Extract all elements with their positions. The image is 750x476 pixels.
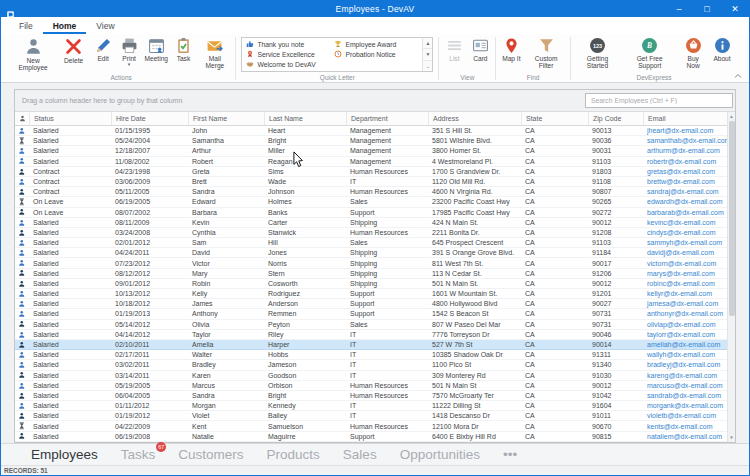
cell-email[interactable]: oliviap@dx-email.com	[643, 320, 727, 329]
cell-email[interactable]: kevinc@dx-email.com	[643, 218, 727, 227]
scrollbar-thumb[interactable]	[729, 121, 735, 316]
print-button[interactable]: Print▾	[116, 35, 142, 73]
column-header-hire-date[interactable]: Hire Date	[111, 112, 188, 125]
gallery-item-welcome-to-devav[interactable]: Welcome to DevAV	[244, 60, 332, 70]
table-row[interactable]: Salaried11/08/2002RobertReaganManagement…	[15, 157, 727, 167]
scroll-down-icon[interactable]: ▼	[728, 433, 735, 442]
delete-button[interactable]: Delete	[57, 35, 90, 73]
table-row[interactable]: Salaried12/18/2007ArthurMillerManagement…	[15, 146, 727, 156]
table-row[interactable]: Salaried08/12/2012MarySternShipping113 N…	[15, 269, 727, 279]
cell-email[interactable]: brettw@dx-email.com	[643, 177, 727, 186]
table-row[interactable]: Salaried10/13/2012KellyRodriguezSupport1…	[15, 289, 727, 299]
tab-customers[interactable]: Customers	[178, 447, 243, 462]
cell-email[interactable]: davidj@dx-email.com	[643, 248, 727, 257]
table-row[interactable]: Salaried09/01/2012RobinCosworthShipping5…	[15, 279, 727, 289]
column-header-department[interactable]: Department	[346, 112, 428, 125]
cell-email[interactable]: jheart@dx-email.com	[643, 126, 727, 135]
cell-email[interactable]: sandraj@dx-email.com	[643, 187, 727, 196]
tab-products[interactable]: Products	[267, 447, 320, 462]
get-free-support-button[interactable]: BGet Free Support	[622, 35, 677, 73]
cell-email[interactable]: victorn@dx-email.com	[643, 258, 727, 267]
table-row[interactable]: Salaried06/19/2008NatalieMaguirreSupport…	[15, 432, 727, 442]
gallery-scrollbar[interactable]: ▲▼⌄	[422, 38, 432, 71]
cell-email[interactable]: sammyh@dx-email.com	[643, 238, 727, 247]
cell-email[interactable]: edwardh@dx-email.com	[643, 197, 727, 206]
table-row[interactable]: Salaried06/04/2005SandraBrightHuman Reso…	[15, 391, 727, 401]
tab-opportunities[interactable]: Opportunities	[400, 447, 480, 462]
mail-merge-button[interactable]: Mail Merge	[196, 35, 233, 73]
table-row[interactable]: Salaried03/02/2011BradleyJamesonIT1100 P…	[15, 360, 727, 370]
table-row[interactable]: Salaried05/24/2004SamanthaBrightManageme…	[15, 136, 727, 146]
cell-email[interactable]: robertr@dx-email.com	[643, 157, 727, 166]
cell-email[interactable]: nataliem@dx-email.com	[643, 432, 727, 441]
dropdown-caret-icon[interactable]: ▾	[128, 62, 131, 66]
vertical-scrollbar[interactable]: ▲ ▼	[727, 112, 735, 442]
table-row[interactable]: Contract04/23/1998GretaSimsHuman Resourc…	[15, 167, 727, 177]
column-header-state[interactable]: State	[521, 112, 588, 125]
ribbon-tab-file[interactable]: File	[9, 21, 43, 34]
meeting-button[interactable]: Meeting	[142, 35, 170, 73]
table-row[interactable]: Salaried02/10/2011AmeliaHarperIT527 W 7t…	[15, 340, 727, 350]
card-button[interactable]: Card	[467, 35, 493, 73]
tab-tasks[interactable]: Tasks67	[121, 447, 156, 462]
cell-email[interactable]: samanthab@dx-email.com	[643, 136, 727, 145]
cell-email[interactable]: sandrab@dx-email.com	[643, 391, 727, 400]
cell-email[interactable]: kellyr@dx-email.com	[643, 289, 727, 298]
cell-email[interactable]: bradleyj@dx-email.com	[643, 360, 727, 369]
cell-email[interactable]: cindys@dx-email.com	[643, 228, 727, 237]
about-button[interactable]: About	[709, 35, 735, 73]
gallery-dropdown-icon[interactable]: ⌄	[423, 60, 432, 71]
table-row[interactable]: Salaried05/19/2005MarcusOrbisonHuman Res…	[15, 381, 727, 391]
buy-now-button[interactable]: Buy Now	[677, 35, 709, 73]
cell-email[interactable]: kents@dx-email.com	[643, 421, 727, 430]
column-header-zip-code[interactable]: Zip Code	[588, 112, 643, 125]
cell-email[interactable]: marys@dx-email.com	[643, 269, 727, 278]
gallery-item-probation-notice[interactable]: Probation Notice	[332, 50, 420, 60]
cell-email[interactable]: ameliah@dx-email.com	[643, 340, 727, 349]
cell-email[interactable]: marcuso@dx-email.com	[643, 381, 727, 390]
search-input[interactable]	[585, 93, 733, 108]
close-button[interactable]: ✕	[721, 1, 749, 17]
table-row[interactable]: Salaried02/17/2011WalterHobbsIT10385 Sha…	[15, 350, 727, 360]
table-row[interactable]: Salaried10/18/2012JamesAndersonSupport48…	[15, 299, 727, 309]
ribbon-tab-home[interactable]: Home	[43, 21, 87, 34]
cell-email[interactable]: violetb@dx-email.com	[643, 411, 727, 420]
column-header-first-name[interactable]: First Name	[188, 112, 264, 125]
table-row[interactable]: Salaried03/24/2008CynthiaStanwickHuman R…	[15, 228, 727, 238]
cell-email[interactable]: morgank@dx-email.com	[643, 401, 727, 410]
table-row[interactable]: Salaried04/22/2009KentSamuelsonHuman Res…	[15, 421, 727, 431]
table-row[interactable]: Salaried01/15/1995JohnHeartManagement351…	[15, 126, 727, 136]
cell-email[interactable]: jamesa@dx-email.com	[643, 299, 727, 308]
table-row[interactable]: Salaried03/14/2011KarenGoodsonIT309 Mont…	[15, 371, 727, 381]
task-button[interactable]: Task	[170, 35, 196, 73]
table-row[interactable]: Salaried01/11/2012MorganKennedyIT11222 D…	[15, 401, 727, 411]
cell-email[interactable]: robinc@dx-email.com	[643, 279, 727, 288]
table-row[interactable]: On Leave08/07/2002BarbaraBanksSupport179…	[15, 208, 727, 218]
cell-email[interactable]: barbarab@dx-email.com	[643, 208, 727, 217]
cell-email[interactable]: gretas@dx-email.com	[643, 167, 727, 176]
column-header-status[interactable]: Status	[29, 112, 111, 125]
gallery-item-employee-award[interactable]: Employee Award	[332, 40, 420, 50]
cell-email[interactable]: arthurm@dx-email.com	[643, 146, 727, 155]
table-row[interactable]: Contract05/11/2005SandraJohnsonHuman Res…	[15, 187, 727, 197]
table-row[interactable]: Salaried04/24/2011DavidJonesShipping391 …	[15, 248, 727, 258]
cell-email[interactable]: anthonyr@dx-email.com	[643, 309, 727, 318]
tab-overflow[interactable]: •••	[503, 447, 517, 462]
column-header-email[interactable]: Email	[643, 112, 727, 125]
gallery-item-thank-you-note[interactable]: Thank you note	[244, 40, 332, 50]
edit-button[interactable]: Edit	[90, 35, 116, 73]
table-row[interactable]: Salaried08/11/2009KevinCarterShipping424…	[15, 218, 727, 228]
cell-email[interactable]: taylorr@dx-email.com	[643, 330, 727, 339]
column-header-last-name[interactable]: Last Name	[264, 112, 346, 125]
table-row[interactable]: Salaried07/23/2012VictorNorrisShipping81…	[15, 258, 727, 268]
table-row[interactable]: Salaried02/01/2012SamHillSales645 Prospe…	[15, 238, 727, 248]
cell-email[interactable]: wallyh@dx-email.com	[643, 350, 727, 359]
table-row[interactable]: Salaried01/19/2013AnthonyRemmenSupport15…	[15, 309, 727, 319]
custom-filter-button[interactable]: Custom Filter	[524, 35, 568, 73]
maximize-button[interactable]: □	[693, 1, 721, 17]
gallery-scroll-down-icon[interactable]: ▼	[423, 48, 432, 59]
ribbon-tab-view[interactable]: View	[86, 21, 124, 34]
column-header-address[interactable]: Address	[428, 112, 521, 125]
gallery-scroll-up-icon[interactable]: ▲	[423, 38, 432, 48]
status-icon-column-header[interactable]	[15, 112, 29, 125]
